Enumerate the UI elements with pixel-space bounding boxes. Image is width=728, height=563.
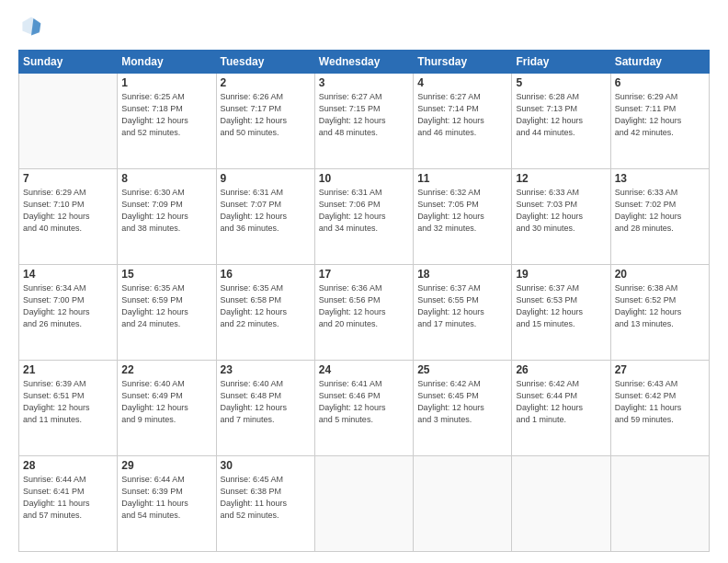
weekday-header-monday: Monday [118, 51, 216, 74]
calendar-cell: 8Sunrise: 6:30 AM Sunset: 7:09 PM Daylig… [118, 169, 216, 265]
day-number: 10 [319, 172, 409, 185]
day-number: 13 [615, 172, 705, 185]
calendar-cell [19, 74, 118, 169]
weekday-header-saturday: Saturday [610, 51, 709, 74]
day-info: Sunrise: 6:39 AM Sunset: 6:51 PM Dayligh… [23, 378, 113, 426]
calendar-cell [610, 456, 709, 552]
day-info: Sunrise: 6:31 AM Sunset: 7:06 PM Dayligh… [319, 187, 409, 235]
calendar-cell: 30Sunrise: 6:45 AM Sunset: 6:38 PM Dayli… [216, 456, 314, 552]
day-number: 19 [516, 268, 606, 281]
day-info: Sunrise: 6:29 AM Sunset: 7:11 PM Dayligh… [615, 91, 705, 139]
calendar-cell: 12Sunrise: 6:33 AM Sunset: 7:03 PM Dayli… [512, 169, 610, 265]
calendar-cell: 17Sunrise: 6:36 AM Sunset: 6:56 PM Dayli… [314, 265, 413, 361]
calendar-cell [414, 456, 512, 552]
calendar-cell: 7Sunrise: 6:29 AM Sunset: 7:10 PM Daylig… [19, 169, 118, 265]
day-info: Sunrise: 6:26 AM Sunset: 7:17 PM Dayligh… [221, 91, 311, 139]
calendar-cell: 10Sunrise: 6:31 AM Sunset: 7:06 PM Dayli… [314, 169, 413, 265]
day-number: 11 [417, 172, 507, 185]
day-number: 1 [121, 76, 211, 89]
day-number: 26 [516, 363, 606, 376]
calendar-cell: 24Sunrise: 6:41 AM Sunset: 6:46 PM Dayli… [314, 361, 413, 456]
calendar-cell: 5Sunrise: 6:28 AM Sunset: 7:13 PM Daylig… [512, 74, 610, 169]
day-number: 25 [417, 363, 507, 376]
day-info: Sunrise: 6:40 AM Sunset: 6:48 PM Dayligh… [221, 378, 311, 426]
day-info: Sunrise: 6:43 AM Sunset: 6:42 PM Dayligh… [615, 378, 705, 426]
day-info: Sunrise: 6:35 AM Sunset: 6:58 PM Dayligh… [221, 282, 311, 330]
calendar-cell: 28Sunrise: 6:44 AM Sunset: 6:41 PM Dayli… [19, 456, 118, 552]
day-number: 28 [23, 459, 113, 472]
day-number: 5 [516, 76, 606, 89]
day-number: 29 [121, 459, 211, 472]
day-info: Sunrise: 6:31 AM Sunset: 7:07 PM Dayligh… [221, 187, 311, 235]
calendar-cell: 15Sunrise: 6:35 AM Sunset: 6:59 PM Dayli… [118, 265, 216, 361]
day-number: 2 [221, 76, 311, 89]
day-info: Sunrise: 6:33 AM Sunset: 7:02 PM Dayligh… [615, 187, 705, 235]
day-info: Sunrise: 6:28 AM Sunset: 7:13 PM Dayligh… [516, 91, 606, 139]
calendar-cell: 2Sunrise: 6:26 AM Sunset: 7:17 PM Daylig… [216, 74, 314, 169]
weekday-header-wednesday: Wednesday [314, 51, 413, 74]
day-info: Sunrise: 6:44 AM Sunset: 6:39 PM Dayligh… [121, 474, 211, 522]
day-info: Sunrise: 6:40 AM Sunset: 6:49 PM Dayligh… [121, 378, 211, 426]
logo-icon [20, 15, 42, 37]
calendar-cell: 1Sunrise: 6:25 AM Sunset: 7:18 PM Daylig… [118, 74, 216, 169]
weekday-header-row: SundayMondayTuesdayWednesdayThursdayFrid… [19, 51, 710, 74]
day-number: 17 [319, 268, 409, 281]
calendar-cell: 11Sunrise: 6:32 AM Sunset: 7:05 PM Dayli… [414, 169, 512, 265]
day-number: 23 [221, 363, 311, 376]
day-info: Sunrise: 6:37 AM Sunset: 6:53 PM Dayligh… [516, 282, 606, 330]
day-number: 9 [221, 172, 311, 185]
week-row-3: 14Sunrise: 6:34 AM Sunset: 7:00 PM Dayli… [19, 265, 710, 361]
day-info: Sunrise: 6:29 AM Sunset: 7:10 PM Dayligh… [23, 187, 113, 235]
day-info: Sunrise: 6:27 AM Sunset: 7:15 PM Dayligh… [319, 91, 409, 139]
calendar-cell: 25Sunrise: 6:42 AM Sunset: 6:45 PM Dayli… [414, 361, 512, 456]
day-number: 27 [615, 363, 705, 376]
week-row-2: 7Sunrise: 6:29 AM Sunset: 7:10 PM Daylig… [19, 169, 710, 265]
week-row-5: 28Sunrise: 6:44 AM Sunset: 6:41 PM Dayli… [19, 456, 710, 552]
day-number: 18 [417, 268, 507, 281]
calendar-cell: 27Sunrise: 6:43 AM Sunset: 6:42 PM Dayli… [610, 361, 709, 456]
page: SundayMondayTuesdayWednesdayThursdayFrid… [0, 0, 728, 563]
weekday-header-sunday: Sunday [19, 51, 118, 74]
calendar-cell: 29Sunrise: 6:44 AM Sunset: 6:39 PM Dayli… [118, 456, 216, 552]
week-row-1: 1Sunrise: 6:25 AM Sunset: 7:18 PM Daylig… [19, 74, 710, 169]
calendar-cell: 4Sunrise: 6:27 AM Sunset: 7:14 PM Daylig… [414, 74, 512, 169]
day-info: Sunrise: 6:45 AM Sunset: 6:38 PM Dayligh… [221, 474, 311, 522]
day-info: Sunrise: 6:36 AM Sunset: 6:56 PM Dayligh… [319, 282, 409, 330]
day-number: 16 [221, 268, 311, 281]
calendar-cell: 18Sunrise: 6:37 AM Sunset: 6:55 PM Dayli… [414, 265, 512, 361]
day-number: 30 [221, 459, 311, 472]
calendar-cell: 3Sunrise: 6:27 AM Sunset: 7:15 PM Daylig… [314, 74, 413, 169]
calendar-cell: 19Sunrise: 6:37 AM Sunset: 6:53 PM Dayli… [512, 265, 610, 361]
header [18, 15, 710, 40]
day-number: 14 [23, 268, 113, 281]
day-number: 3 [319, 76, 409, 89]
day-info: Sunrise: 6:27 AM Sunset: 7:14 PM Dayligh… [417, 91, 507, 139]
weekday-header-thursday: Thursday [414, 51, 512, 74]
day-info: Sunrise: 6:41 AM Sunset: 6:46 PM Dayligh… [319, 378, 409, 426]
day-number: 7 [23, 172, 113, 185]
day-info: Sunrise: 6:33 AM Sunset: 7:03 PM Dayligh… [516, 187, 606, 235]
calendar-cell: 13Sunrise: 6:33 AM Sunset: 7:02 PM Dayli… [610, 169, 709, 265]
calendar-cell: 22Sunrise: 6:40 AM Sunset: 6:49 PM Dayli… [118, 361, 216, 456]
week-row-4: 21Sunrise: 6:39 AM Sunset: 6:51 PM Dayli… [19, 361, 710, 456]
calendar-cell: 20Sunrise: 6:38 AM Sunset: 6:52 PM Dayli… [610, 265, 709, 361]
day-info: Sunrise: 6:37 AM Sunset: 6:55 PM Dayligh… [417, 282, 507, 330]
day-number: 21 [23, 363, 113, 376]
day-number: 4 [417, 76, 507, 89]
day-info: Sunrise: 6:42 AM Sunset: 6:44 PM Dayligh… [516, 378, 606, 426]
calendar-cell: 23Sunrise: 6:40 AM Sunset: 6:48 PM Dayli… [216, 361, 314, 456]
calendar-cell: 6Sunrise: 6:29 AM Sunset: 7:11 PM Daylig… [610, 74, 709, 169]
day-number: 6 [615, 76, 705, 89]
weekday-header-friday: Friday [512, 51, 610, 74]
day-number: 22 [121, 363, 211, 376]
day-info: Sunrise: 6:25 AM Sunset: 7:18 PM Dayligh… [121, 91, 211, 139]
day-number: 20 [615, 268, 705, 281]
day-info: Sunrise: 6:34 AM Sunset: 7:00 PM Dayligh… [23, 282, 113, 330]
day-info: Sunrise: 6:35 AM Sunset: 6:59 PM Dayligh… [121, 282, 211, 330]
weekday-header-tuesday: Tuesday [216, 51, 314, 74]
calendar-cell [512, 456, 610, 552]
day-number: 24 [319, 363, 409, 376]
calendar-cell: 26Sunrise: 6:42 AM Sunset: 6:44 PM Dayli… [512, 361, 610, 456]
day-info: Sunrise: 6:32 AM Sunset: 7:05 PM Dayligh… [417, 187, 507, 235]
day-info: Sunrise: 6:38 AM Sunset: 6:52 PM Dayligh… [615, 282, 705, 330]
